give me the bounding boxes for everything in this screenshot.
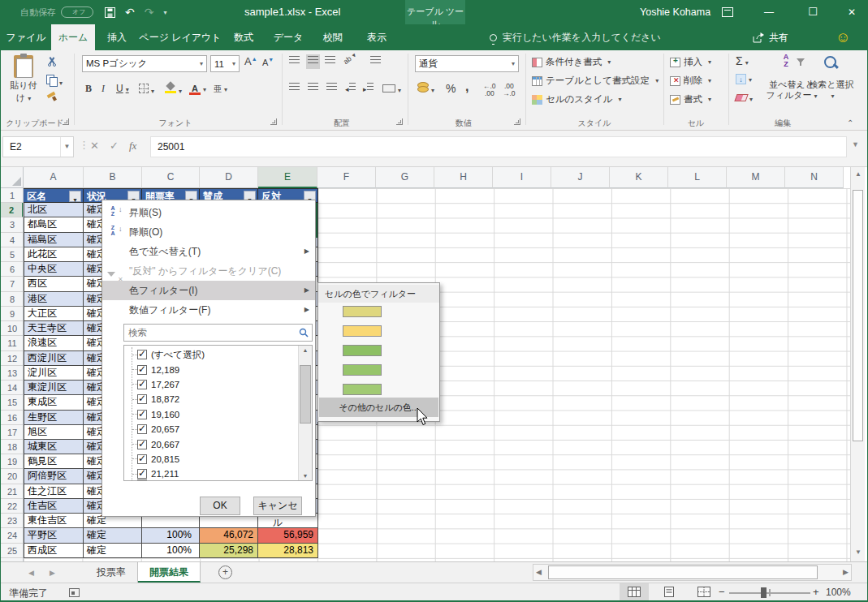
number-dialog-launcher-icon[interactable] xyxy=(514,118,520,125)
ok-button[interactable]: OK xyxy=(200,497,240,515)
align-right-button[interactable] xyxy=(326,83,337,94)
scroll-up-icon[interactable]: ▲ xyxy=(851,170,866,178)
row-header[interactable]: 6 xyxy=(1,262,24,277)
scroll-down-icon[interactable]: ▼ xyxy=(299,473,312,479)
checkbox-checked-icon[interactable] xyxy=(137,350,147,359)
checkbox-checked-icon[interactable] xyxy=(137,380,147,389)
fill-button[interactable]: ↓ xyxy=(736,73,752,84)
column-header[interactable]: J xyxy=(551,167,610,188)
filter-value-item[interactable]: 20,667 xyxy=(124,436,298,451)
column-header[interactable]: L xyxy=(668,167,727,188)
cell-status[interactable]: 確定 xyxy=(84,544,142,558)
row-header[interactable]: 16 xyxy=(1,411,24,425)
bold-button[interactable]: B xyxy=(85,83,92,95)
ribbon-tab[interactable]: ページ レイアウト xyxy=(139,24,222,50)
cell-oppose[interactable]: 56,959 xyxy=(258,528,318,543)
autosave-toggle[interactable]: オフ xyxy=(61,6,93,18)
cell-district[interactable]: 阿倍野区 xyxy=(24,469,84,484)
row-header[interactable]: 24 xyxy=(1,528,24,543)
cell-rate[interactable]: 100% xyxy=(142,544,200,558)
cell-district[interactable]: 淀川区 xyxy=(24,366,84,381)
italic-button[interactable]: I xyxy=(101,83,105,95)
collapse-ribbon-icon[interactable]: ⌃ xyxy=(847,118,853,127)
row-header[interactable]: 21 xyxy=(1,484,24,499)
filter-value-item[interactable]: (すべて選択) xyxy=(124,347,298,362)
row-header[interactable]: 11 xyxy=(1,336,24,350)
cell-district[interactable]: 浪速区 xyxy=(24,336,84,350)
ribbon-tab[interactable]: データ xyxy=(266,24,311,50)
color-swatch[interactable] xyxy=(343,345,382,356)
row-header[interactable]: 8 xyxy=(1,292,24,307)
align-left-button[interactable] xyxy=(289,83,300,94)
menu-item-sort-by-color[interactable]: 色で並べ替え(T) ▶ xyxy=(102,242,315,261)
checkbox-checked-icon[interactable] xyxy=(137,440,147,449)
ribbon-tab[interactable]: ホーム xyxy=(51,24,95,50)
delete-cells-button[interactable]: 削除 xyxy=(670,75,711,87)
ribbon-tab[interactable]: 表示 xyxy=(355,24,399,50)
conditional-formatting-button[interactable]: 条件付き書式 xyxy=(532,56,611,68)
cell-district[interactable]: 鶴見区 xyxy=(24,454,84,469)
cell-oppose[interactable]: 28,813 xyxy=(258,544,318,558)
percent-style-button[interactable]: % xyxy=(446,82,456,95)
color-swatch[interactable] xyxy=(343,384,382,395)
row-header[interactable]: 25 xyxy=(1,544,24,558)
horizontal-scroll-thumb[interactable] xyxy=(548,565,818,579)
cell-district[interactable]: 住吉区 xyxy=(24,499,84,514)
autosum-button[interactable]: Σ xyxy=(736,54,749,67)
number-format-combo[interactable]: 通貨▾ xyxy=(415,55,519,72)
decrease-decimal-button[interactable]: .00→.0 xyxy=(503,83,516,97)
accounting-format-button[interactable] xyxy=(417,82,434,95)
cell-district[interactable]: 港区 xyxy=(24,292,84,307)
page-break-view-button[interactable] xyxy=(689,583,719,600)
row-header[interactable]: 17 xyxy=(1,425,24,440)
underline-button[interactable]: U xyxy=(116,83,129,94)
cell-district[interactable]: 此花区 xyxy=(24,247,84,262)
checkbox-checked-icon[interactable] xyxy=(137,410,147,419)
sheet-nav-right-icon[interactable]: ▶ xyxy=(50,569,55,577)
increase-indent-button[interactable]: ▸ xyxy=(363,83,374,93)
cell-styles-button[interactable]: セルのスタイル xyxy=(532,93,621,105)
shrink-font-button[interactable]: A▼ xyxy=(262,57,274,67)
scroll-right-icon[interactable]: ▶ xyxy=(843,568,849,576)
column-header[interactable]: K xyxy=(610,167,668,188)
menu-item-filter-by-color[interactable]: 色フィルター(I) ▶ xyxy=(102,281,315,300)
clipboard-dialog-launcher-icon[interactable] xyxy=(63,118,69,125)
zoom-slider-thumb[interactable] xyxy=(761,587,767,598)
row-header[interactable]: 4 xyxy=(1,233,24,247)
cell-district[interactable]: 大正区 xyxy=(24,307,84,321)
checkbox-checked-icon[interactable] xyxy=(137,424,147,434)
cell-district[interactable]: 西成区 xyxy=(24,544,84,558)
list-scroll-thumb[interactable] xyxy=(300,365,311,424)
sheet-nav-left-icon[interactable]: ◀ xyxy=(28,569,34,577)
filter-value-item[interactable]: 18,872 xyxy=(124,392,298,406)
vertical-scroll-thumb[interactable] xyxy=(853,190,863,441)
save-icon[interactable] xyxy=(105,7,115,18)
horizontal-scrollbar[interactable]: ◀ ▶ xyxy=(533,564,852,581)
row-header[interactable]: 18 xyxy=(1,440,24,454)
menu-item-sort-ascending[interactable]: AZ↓ 昇順(S) xyxy=(102,203,315,222)
menu-item-number-filters[interactable]: 数値フィルター(F) ▶ xyxy=(102,300,315,320)
row-header[interactable]: 10 xyxy=(1,321,24,336)
zoom-in-button[interactable]: + xyxy=(813,586,819,598)
cut-button[interactable] xyxy=(46,57,57,69)
row-header[interactable]: 2 xyxy=(1,203,24,217)
undo-button[interactable]: ↶ xyxy=(125,4,135,20)
filter-value-item[interactable]: 20,657 xyxy=(124,422,298,436)
grow-font-button[interactable]: A▲ xyxy=(244,55,257,67)
list-scrollbar[interactable]: ▲ ▼ xyxy=(298,346,312,480)
normal-view-button[interactable] xyxy=(620,583,649,600)
row-header[interactable]: 9 xyxy=(1,307,24,321)
cell-district[interactable]: 東成区 xyxy=(24,395,84,410)
ribbon-display-options-icon[interactable] xyxy=(722,7,733,17)
align-bottom-button[interactable] xyxy=(325,56,335,67)
row-header[interactable]: 13 xyxy=(1,366,24,381)
cancel-entry-button[interactable]: ✕ xyxy=(90,140,99,152)
feedback-smiley-icon[interactable]: ☺ xyxy=(836,26,850,49)
macro-record-icon[interactable] xyxy=(69,588,80,597)
format-painter-button[interactable] xyxy=(46,92,57,105)
scroll-up-icon[interactable]: ▲ xyxy=(299,347,312,353)
filter-value-item[interactable]: 20,815 xyxy=(124,452,298,467)
menu-item-sort-descending[interactable]: ZA↓ 降順(O) xyxy=(102,222,315,242)
wrap-text-button[interactable] xyxy=(370,56,381,67)
cell-agree[interactable]: 25,298 xyxy=(200,544,258,558)
